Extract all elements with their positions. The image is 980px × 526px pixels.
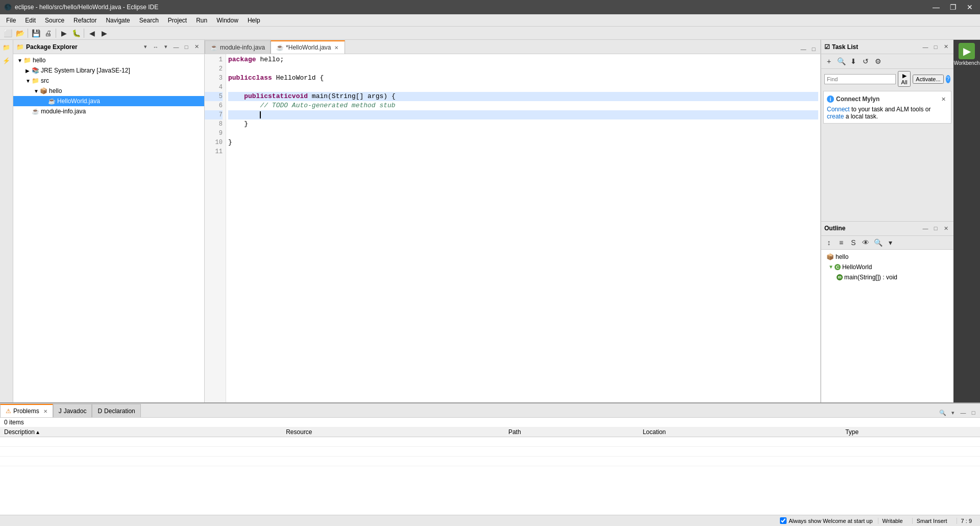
expand-arrow-hello-pkg[interactable]: ▼ [34,88,40,94]
outline-item-main-method[interactable]: m main(String[]) : void [823,272,951,282]
task-search-input[interactable] [824,74,896,84]
editor-minimize-button[interactable]: — [799,44,808,54]
task-maximize-button[interactable]: □ [931,42,940,52]
outline-close-button[interactable]: ✕ [941,224,950,233]
outline-package-icon: 📦 [826,253,834,260]
code-line-8: } [228,119,818,129]
menu-search[interactable]: Search [135,16,163,25]
line-num-4: 4 [205,83,223,92]
editor-content[interactable]: 1 2 3 4 5 6 7 8 9 10 11 package hello; p… [205,54,820,402]
tree-item-hello-package[interactable]: ▼ 📦 hello [13,86,204,96]
close-panel-button[interactable]: ✕ [192,42,201,52]
problems-tab-close[interactable]: ✕ [43,409,47,414]
col-resource[interactable]: Resource [282,427,504,437]
outline-item-helloworld-class[interactable]: ▼ C HelloWorld [823,262,951,272]
print-button[interactable]: 🖨 [42,28,54,39]
minimize-button[interactable]: — [929,2,943,12]
outline-item-hello[interactable]: 📦 hello [823,252,951,262]
task-list-header: ☑ Task List — □ ✕ [821,40,953,54]
workbench-button[interactable]: ▶ Workbench [954,42,979,66]
menu-edit[interactable]: Edit [21,16,40,25]
task-help-button[interactable]: ? [946,75,950,83]
code-editor[interactable]: package hello; public class HelloWorld {… [226,54,820,402]
connect-link[interactable]: Connect [827,106,850,113]
tab-problems[interactable]: ⚠ Problems ✕ [0,404,53,417]
outline-maximize-button[interactable]: □ [931,224,940,233]
maximize-panel-button[interactable]: □ [182,42,191,52]
task-activate-button[interactable]: Activate... [913,75,943,84]
expand-arrow-src[interactable]: ▼ [26,78,32,84]
tab-module-info[interactable]: ☕ module-info.java [205,40,271,54]
tab-declaration[interactable]: D Declaration [92,404,140,417]
outline-view-menu-button[interactable]: ▾ [885,237,896,248]
menu-file[interactable]: File [2,16,20,25]
expand-arrow-jre[interactable]: ▶ [26,68,32,74]
menu-project[interactable]: Project [164,16,191,25]
package-tree[interactable]: ▼ 📁 hello ▶ 📚 JRE System Library [JavaSE… [13,54,204,402]
tree-item-src[interactable]: ▼ 📁 src [13,76,204,86]
task-filter-button[interactable]: 🔍 [836,56,847,67]
tree-item-helloworld[interactable]: ☕ HelloWorld.java [13,96,204,106]
run-button[interactable]: ▶ [58,28,69,39]
menu-run[interactable]: Run [192,16,211,25]
close-window-button[interactable]: ✕ [964,2,976,12]
task-close-button[interactable]: ✕ [941,42,950,52]
tab-javadoc[interactable]: J Javadoc [53,404,92,417]
col-location[interactable]: Location [639,427,841,437]
save-button[interactable]: 💾 [30,28,41,39]
toolbar-separator-3 [84,29,84,38]
task-refresh-button[interactable]: ↺ [860,56,871,67]
always-show-checkbox[interactable] [780,517,787,524]
link-with-editor-button[interactable]: ↔ [151,42,160,52]
outline-hide-nonpub-button[interactable]: 👁 [860,237,871,248]
task-minimize-button[interactable]: — [921,42,930,52]
tree-item-moduleinfo[interactable]: ☕ module-info.java [13,106,204,116]
package-explorer-icon[interactable]: 📁 [1,42,12,53]
menu-help[interactable]: Help [243,16,264,25]
minimize-panel-button[interactable]: — [172,42,181,52]
create-link[interactable]: create [827,113,844,120]
menu-source[interactable]: Source [41,16,68,25]
view-menu-button[interactable]: ▾ [161,42,170,52]
problems-view-menu[interactable]: ▾ [948,408,958,417]
problems-filter-button[interactable]: 🔍 [938,408,947,417]
close-mylyn-button[interactable]: ✕ [939,94,948,104]
tab-helloworld[interactable]: ☕ *HelloWorld.java ✕ [271,40,345,54]
outline-tree[interactable]: 📦 hello ▼ C HelloWorld m main(String[]) … [821,250,953,403]
collapse-all-button[interactable]: ▾ [141,42,150,52]
task-new-button[interactable]: + [823,56,835,67]
col-type[interactable]: Type [841,427,980,437]
tree-item-jre[interactable]: ▶ 📚 JRE System Library [JavaSE-12] [13,65,204,76]
outline-hide-fields-button[interactable]: ≡ [836,237,847,248]
problems-minimize[interactable]: — [959,408,968,417]
col-description[interactable]: Description ▴ [0,427,282,437]
bottom-tab-actions: 🔍 ▾ — □ [938,408,980,417]
task-search-filter-button[interactable]: ▶ All [898,71,911,87]
menu-window[interactable]: Window [212,16,242,25]
problems-maximize[interactable]: □ [969,408,978,417]
outline-expand-arrow[interactable]: ▼ [828,264,834,270]
hierarchy-icon[interactable]: ⚡ [1,55,12,66]
outline-filter-button[interactable]: 🔍 [872,237,884,248]
tree-item-hello-project[interactable]: ▼ 📁 hello [13,55,204,65]
col-path[interactable]: Path [504,427,639,437]
outline-sort-button[interactable]: ↕ [823,237,835,248]
tab-helloworld-close[interactable]: ✕ [333,45,339,51]
menu-navigate[interactable]: Navigate [102,16,134,25]
expand-arrow-hello[interactable]: ▼ [17,58,23,63]
right-panels: ☑ Task List — □ ✕ + 🔍 ⬇ ↺ ⚙ ▶ All Activ [821,40,953,402]
menu-refactor[interactable]: Refactor [69,16,101,25]
back-button[interactable]: ◀ [86,28,97,39]
editor-tabs: ☕ module-info.java ☕ *HelloWorld.java ✕ … [205,40,820,54]
maximize-button[interactable]: ❐ [947,2,960,12]
open-button[interactable]: 📂 [14,28,26,39]
outline-hide-static-button[interactable]: S [848,237,859,248]
debug-button[interactable]: 🐛 [70,28,82,39]
forward-button[interactable]: ▶ [99,28,110,39]
editor-maximize-button[interactable]: □ [809,44,818,54]
outline-minimize-button[interactable]: — [921,224,930,233]
new-button[interactable]: ⬜ [2,28,13,39]
task-settings-button[interactable]: ⚙ [872,56,884,67]
task-sort-button[interactable]: ⬇ [848,56,859,67]
outline-actions: — □ ✕ [921,224,950,233]
